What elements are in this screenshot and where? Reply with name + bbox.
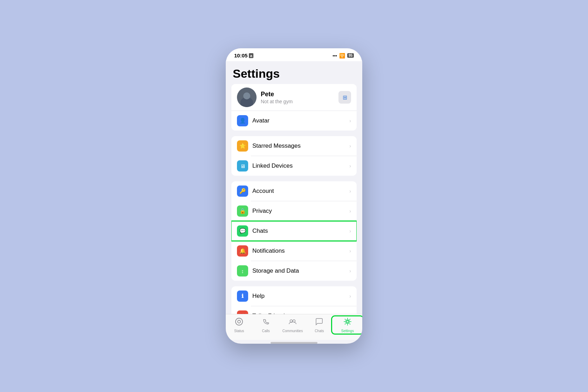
menu-item-storage[interactable]: ↕ Storage and Data ›	[231, 261, 357, 281]
profile-row[interactable]: Pete Not at the gym ⊞	[231, 84, 357, 111]
friend-label: Tell a Friend	[248, 313, 349, 314]
svg-point-2	[290, 320, 293, 322]
linked-chevron: ›	[349, 163, 351, 169]
svg-point-3	[293, 320, 295, 322]
profile-status: Not at the gym	[261, 99, 338, 104]
notifications-icon: 🔔	[237, 245, 248, 257]
status-nav-icon	[234, 317, 244, 328]
starred-label: Starred Messages	[248, 142, 349, 149]
menu-item-chats[interactable]: 💬 Chats ›	[231, 221, 357, 241]
qr-button[interactable]: ⊞	[338, 91, 351, 104]
menu-item-privacy[interactable]: 🔒 Privacy ›	[231, 201, 357, 221]
battery-badge: 95	[347, 53, 354, 58]
nav-item-settings[interactable]: Settings	[333, 317, 362, 333]
communities-nav-label: Communities	[282, 329, 303, 333]
status-bar: 10:05 a ▪▪▪ 🛜 95	[226, 48, 362, 61]
svg-point-1	[238, 320, 240, 323]
section-help: ℹ Help › ❤️ Tell a Friend ›	[231, 286, 357, 314]
svg-point-0	[236, 318, 243, 325]
nav-item-communities[interactable]: Communities	[279, 317, 306, 333]
chats-icon: 💬	[237, 225, 248, 237]
privacy-chevron: ›	[349, 208, 351, 214]
profile-info: Pete Not at the gym	[257, 91, 338, 104]
phone-frame: 10:05 a ▪▪▪ 🛜 95 Settings Pete Not at th…	[226, 48, 362, 344]
nav-item-chats[interactable]: Chats	[306, 317, 332, 333]
friend-chevron: ›	[349, 313, 351, 314]
settings-nav-label: Settings	[341, 329, 354, 333]
chats-label: Chats	[248, 227, 349, 234]
avatar-label: Avatar	[248, 117, 349, 124]
avatar	[237, 88, 257, 107]
settings-nav-icon	[343, 317, 352, 328]
menu-item-avatar[interactable]: 👤 Avatar ›	[231, 111, 357, 131]
privacy-icon: 🔒	[237, 205, 248, 217]
menu-item-starred[interactable]: ⭐ Starred Messages ›	[231, 136, 357, 156]
chats-nav-icon	[315, 317, 324, 328]
help-chevron: ›	[349, 293, 351, 299]
avatar-chevron: ›	[349, 118, 351, 124]
starred-chevron: ›	[349, 143, 351, 149]
page-title: Settings	[226, 61, 362, 84]
menu-item-linked[interactable]: 🖥 Linked Devices ›	[231, 156, 357, 176]
storage-icon: ↕	[237, 265, 248, 276]
storage-chevron: ›	[349, 268, 351, 274]
avatar-icon: 👤	[237, 115, 248, 126]
account-icon: 🔑	[237, 186, 248, 197]
linked-label: Linked Devices	[248, 162, 349, 169]
nav-item-calls[interactable]: Calls	[252, 317, 279, 333]
notifications-label: Notifications	[248, 247, 349, 254]
menu-item-notifications[interactable]: 🔔 Notifications ›	[231, 241, 357, 261]
profile-section: Pete Not at the gym ⊞ 👤 Avatar ›	[231, 84, 357, 131]
bottom-nav: Status Calls Communities	[226, 314, 362, 340]
status-time: 10:05 a	[234, 52, 253, 58]
profile-name: Pete	[261, 91, 338, 98]
communities-nav-icon	[288, 317, 297, 328]
menu-item-help[interactable]: ℹ Help ›	[231, 286, 357, 306]
storage-label: Storage and Data	[248, 267, 349, 274]
wifi-icon: 🛜	[339, 53, 345, 58]
section-starred-linked: ⭐ Starred Messages › 🖥 Linked Devices ›	[231, 136, 357, 176]
qr-icon: ⊞	[343, 94, 347, 101]
linked-icon: 🖥	[237, 160, 248, 172]
friend-icon: ❤️	[237, 310, 248, 314]
home-indicator	[271, 342, 317, 344]
account-label: Account	[248, 188, 349, 195]
privacy-label: Privacy	[248, 208, 349, 215]
svg-point-4	[346, 321, 349, 323]
menu-item-account[interactable]: 🔑 Account ›	[231, 181, 357, 201]
chats-nav-label: Chats	[315, 329, 324, 333]
status-icons: ▪▪▪ 🛜 95	[332, 53, 354, 58]
scroll-area: Settings Pete Not at the gym ⊞ 👤 Avatar	[226, 61, 362, 314]
menu-item-tell-friend[interactable]: ❤️ Tell a Friend ›	[231, 306, 357, 314]
chats-chevron: ›	[349, 228, 351, 234]
account-chevron: ›	[349, 188, 351, 194]
section-main-settings: 🔑 Account › 🔒 Privacy › 💬 Chats ›	[231, 181, 357, 281]
calls-nav-icon	[261, 317, 271, 328]
signal-icon: ▪▪▪	[332, 53, 337, 58]
starred-icon: ⭐	[237, 140, 248, 152]
nav-item-status[interactable]: Status	[226, 317, 252, 333]
status-nav-label: Status	[234, 329, 244, 333]
help-icon: ℹ	[237, 290, 248, 302]
data-indicator: a	[249, 53, 253, 58]
help-label: Help	[248, 293, 349, 300]
notifications-chevron: ›	[349, 248, 351, 254]
calls-nav-label: Calls	[262, 329, 270, 333]
